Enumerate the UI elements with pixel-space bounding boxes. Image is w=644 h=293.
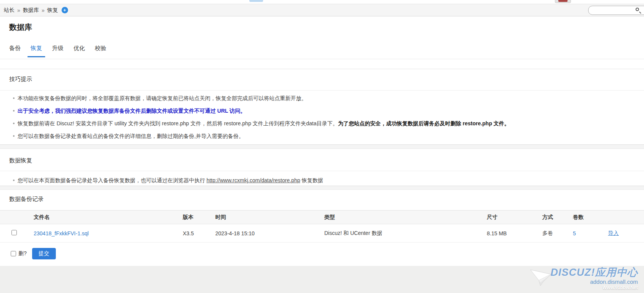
bullet-icon bbox=[13, 97, 15, 99]
footer: DISCUZ!应用中心 addon.dismall.com Www.91bbw.… bbox=[0, 266, 644, 293]
tabs-divider bbox=[0, 59, 644, 59]
page-title: 数据库 bbox=[9, 22, 32, 32]
browser-extension-icon bbox=[555, 0, 571, 3]
backup-table: 文件名版本时间类型尺寸方式卷数 230418_fFxkkFVI-1.sqlX3.… bbox=[0, 210, 644, 243]
breadcrumb-item-restore[interactable]: 恢复 bbox=[47, 7, 58, 14]
tip-text: 本功能在恢复备份数据的同时，将全部覆盖原有数据，请确定恢复前已将站点关闭，恢复全… bbox=[18, 95, 307, 101]
tip-item: 本功能在恢复备份数据的同时，将全部覆盖原有数据，请确定恢复前已将站点关闭，恢复全… bbox=[9, 94, 635, 102]
restore-hint: 您可以在本页面数据备份记录处导入备份恢复数据，也可以通过在浏览器中执行 http… bbox=[0, 171, 644, 186]
restore-section-title: 数据恢复 bbox=[0, 149, 644, 171]
tip-text: 您可以在数据备份记录处查看站点的备份文件的详细信息，删除过期的备份,并导入需要的… bbox=[18, 133, 244, 139]
tip-item: 恢复数据前请在 Discuz! 安装文件目录下 utility 文件夹内找到 r… bbox=[9, 120, 635, 127]
bullet-icon bbox=[13, 135, 15, 137]
paper-plane-icon bbox=[530, 267, 552, 287]
tips-section-title: 技巧提示 bbox=[0, 69, 644, 91]
table-header: 文件名版本时间类型尺寸方式卷数 bbox=[0, 210, 644, 224]
tip-text: 出于安全考虑，我们强烈建议您恢复数据库备份文件后删除文件或设置文件不可通过 UR… bbox=[18, 108, 246, 114]
row-checkbox[interactable] bbox=[11, 230, 17, 235]
tip-text: 为了您站点的安全，成功恢复数据后请务必及时删除 restore.php 文件。 bbox=[338, 120, 510, 126]
bullet-icon bbox=[13, 110, 15, 112]
method-cell: 多卷 bbox=[542, 230, 573, 237]
submit-button[interactable]: 提交 bbox=[32, 248, 56, 259]
section-gap bbox=[0, 144, 644, 149]
version-cell: X3.5 bbox=[183, 230, 215, 236]
filename-cell: 230418_fFxkkFVI-1.sql bbox=[34, 230, 183, 236]
tab-2[interactable]: 恢复 bbox=[31, 45, 42, 57]
column-header: 卷数 bbox=[573, 214, 608, 221]
tab-5[interactable]: 校验 bbox=[95, 45, 106, 57]
table-body: 230418_fFxkkFVI-1.sqlX3.52023-4-18 15:10… bbox=[0, 224, 644, 243]
section-gap bbox=[0, 186, 644, 190]
tab-1[interactable]: 备份 bbox=[9, 45, 21, 57]
row-checkbox-cell bbox=[0, 230, 34, 236]
bullet-icon bbox=[13, 123, 15, 124]
watermark-brand: DISCUZ!应用中心 bbox=[551, 267, 638, 278]
column-header: 类型 bbox=[324, 214, 487, 221]
tip-item: 您可以在数据备份记录处查看站点的备份文件的详细信息，删除过期的备份,并导入需要的… bbox=[9, 132, 635, 140]
volumes-cell: 5 bbox=[573, 230, 608, 236]
table-controls: 删? 提交 bbox=[0, 248, 644, 259]
delete-checkbox[interactable] bbox=[11, 251, 16, 256]
column-header: 尺寸 bbox=[487, 214, 542, 221]
restore-hint-text-after: 恢复数据 bbox=[302, 177, 323, 183]
column-header: 文件名 bbox=[34, 214, 183, 221]
table-row: 230418_fFxkkFVI-1.sqlX3.52023-4-18 15:10… bbox=[0, 224, 644, 243]
breadcrumb-item-admin[interactable]: 站长 bbox=[4, 7, 15, 14]
search-icon[interactable] bbox=[636, 8, 639, 11]
tip-text: 恢复数据前请在 Discuz! 安装文件目录下 utility 文件夹内找到 r… bbox=[18, 120, 338, 126]
tabs: 备份恢复升级优化校验 bbox=[9, 45, 106, 57]
delete-label[interactable]: 删? bbox=[18, 250, 27, 257]
bullet-icon bbox=[13, 180, 15, 181]
tip-item: 出于安全考虑，我们强烈建议您恢复数据库备份文件后删除文件或设置文件不可通过 UR… bbox=[9, 107, 635, 115]
tab-4[interactable]: 优化 bbox=[73, 45, 85, 57]
type-cell: Discuz! 和 UCenter 数据 bbox=[324, 230, 487, 237]
restore-section: 数据恢复 您可以在本页面数据备份记录处导入备份恢复数据，也可以通过在浏览器中执行… bbox=[0, 149, 644, 186]
restore-hint-text-before: 您可以在本页面数据备份记录处导入备份恢复数据，也可以通过在浏览器中执行 bbox=[18, 177, 207, 183]
tab-3[interactable]: 升级 bbox=[52, 45, 63, 57]
column-header: 方式 bbox=[542, 214, 573, 221]
size-cell: 8.15 MB bbox=[487, 230, 542, 236]
filename-link[interactable]: 230418_fFxkkFVI-1.sql bbox=[34, 230, 89, 236]
column-header: 时间 bbox=[215, 214, 324, 221]
tips-list: 本功能在恢复备份数据的同时，将全部覆盖原有数据，请确定恢复前已将站点关闭，恢复全… bbox=[0, 91, 644, 151]
action-cell: 导入 bbox=[608, 230, 644, 237]
browser-chrome-fragment bbox=[249, 0, 263, 2]
time-cell: 2023-4-18 15:10 bbox=[215, 230, 324, 236]
add-favorite-icon[interactable]: + bbox=[62, 7, 68, 13]
backup-records-section: 数据备份记录 文件名版本时间类型尺寸方式卷数 230418_fFxkkFVI-1… bbox=[0, 190, 644, 259]
watermark-domain: addon.dismall.com bbox=[551, 279, 638, 285]
volumes-link[interactable]: 5 bbox=[573, 230, 576, 236]
watermark-site: Www.91bbw.Net bbox=[551, 285, 638, 290]
breadcrumb-separator: » bbox=[17, 7, 20, 13]
extension-icon-glyph bbox=[558, 0, 568, 2]
column-header: 版本 bbox=[183, 214, 215, 221]
tips-section: 技巧提示 本功能在恢复备份数据的同时，将全部覆盖原有数据，请确定恢复前已将站点关… bbox=[0, 69, 644, 151]
breadcrumb-separator: » bbox=[42, 7, 45, 13]
breadcrumb-item-database[interactable]: 数据库 bbox=[23, 7, 39, 14]
restore-url-link[interactable]: http://www.rcxmkj.com/data/restore.php bbox=[207, 177, 300, 183]
import-link[interactable]: 导入 bbox=[608, 230, 619, 236]
watermark: DISCUZ!应用中心 addon.dismall.com Www.91bbw.… bbox=[551, 267, 638, 290]
breadcrumb: 站长 » 数据库 » 恢复 + bbox=[0, 4, 644, 16]
backup-records-title: 数据备份记录 bbox=[0, 190, 644, 203]
